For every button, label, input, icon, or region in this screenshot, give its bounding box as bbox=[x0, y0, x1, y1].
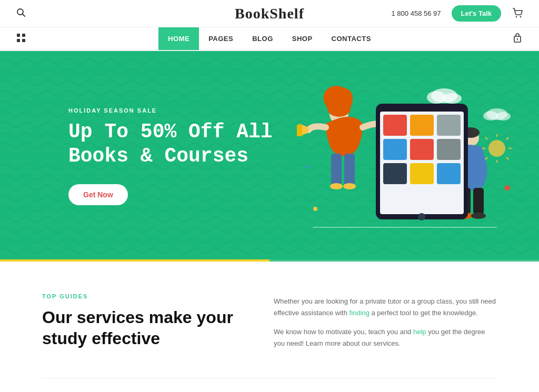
nav-blog[interactable]: BLOG bbox=[243, 27, 283, 50]
svg-rect-4 bbox=[17, 34, 20, 37]
svg-point-2 bbox=[516, 16, 517, 17]
hero-content: HOLIDAY SEASON SALE Up To 50% Off AllBoo… bbox=[0, 107, 539, 205]
nav-links: HOME PAGES BLOG SHOP CONTACTS bbox=[158, 27, 381, 50]
bag-icon[interactable] bbox=[512, 32, 523, 44]
header-left bbox=[16, 7, 26, 20]
svg-point-37 bbox=[443, 93, 462, 104]
svg-point-34 bbox=[418, 213, 425, 220]
hero-title: Up To 50% Off AllBooks & Courses bbox=[68, 120, 539, 168]
svg-rect-7 bbox=[22, 39, 25, 42]
nav-home[interactable]: HOME bbox=[158, 27, 199, 50]
header-right: 1 800 458 56 97 Let's Talk bbox=[392, 5, 523, 22]
nav-shop[interactable]: SHOP bbox=[283, 27, 322, 50]
logo[interactable]: BookShelf bbox=[235, 5, 304, 22]
svg-line-1 bbox=[23, 14, 25, 16]
hero-section: HOLIDAY SEASON SALE Up To 50% Off AllBoo… bbox=[0, 51, 539, 262]
service-cards: Branding Project Management Human Resour… bbox=[42, 378, 497, 392]
nav: HOME PAGES BLOG SHOP CONTACTS bbox=[0, 27, 539, 51]
svg-point-3 bbox=[520, 16, 522, 17]
nav-pages[interactable]: PAGES bbox=[199, 27, 243, 50]
phone-number: 1 800 458 56 97 bbox=[392, 9, 441, 17]
header: BookShelf 1 800 458 56 97 Let's Talk bbox=[0, 0, 539, 27]
hero-label: HOLIDAY SEASON SALE bbox=[68, 107, 539, 114]
services-tag: TOP GUIDES bbox=[42, 293, 242, 299]
services-right: Whether you are looking for a private tu… bbox=[274, 293, 497, 357]
cart-icon[interactable] bbox=[512, 7, 523, 21]
search-icon[interactable] bbox=[16, 7, 26, 20]
highlight-2: help bbox=[413, 328, 426, 336]
svg-rect-6 bbox=[17, 39, 20, 42]
services-text-1: Whether you are looking for a private tu… bbox=[274, 296, 497, 319]
services-inner: TOP GUIDES Our services make your study … bbox=[42, 293, 497, 357]
services-left: TOP GUIDES Our services make your study … bbox=[42, 293, 242, 357]
services-title: Our services make your study effective bbox=[42, 307, 242, 349]
services-text-2: We know how to motivate you, teach you a… bbox=[274, 326, 497, 349]
nav-left bbox=[16, 33, 26, 45]
hero-cta-button[interactable]: Get Now bbox=[68, 184, 128, 205]
grid-icon[interactable] bbox=[16, 33, 26, 45]
svg-point-51 bbox=[313, 207, 317, 211]
nav-contacts[interactable]: CONTACTS bbox=[322, 27, 381, 50]
nav-right bbox=[512, 32, 523, 46]
svg-point-22 bbox=[471, 213, 486, 219]
highlight-1: finding bbox=[350, 309, 370, 317]
lets-talk-button[interactable]: Let's Talk bbox=[452, 5, 501, 22]
services-section: TOP GUIDES Our services make your study … bbox=[0, 262, 539, 392]
hero-bottom-bar bbox=[0, 259, 539, 262]
svg-rect-5 bbox=[22, 34, 25, 37]
